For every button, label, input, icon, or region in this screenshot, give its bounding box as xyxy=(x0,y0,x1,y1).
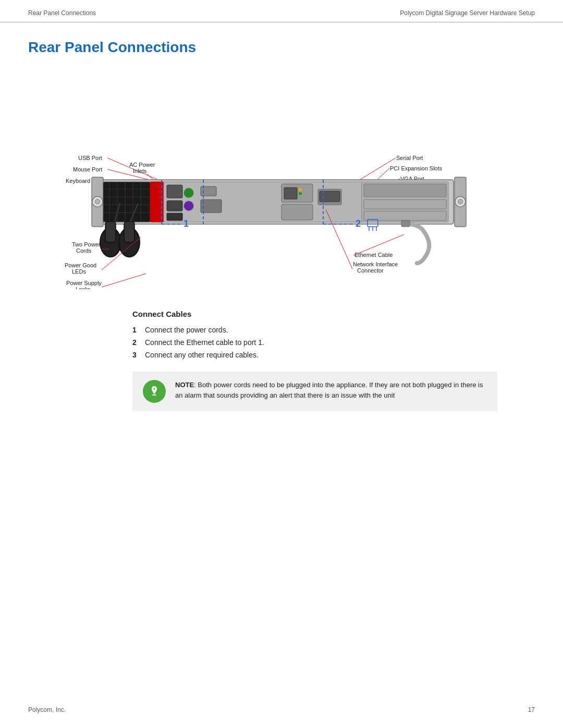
step-3: 3 Connect any other required cables. xyxy=(132,351,535,359)
svg-rect-34 xyxy=(284,188,297,199)
page-content: Rear Panel Connections USB Port Mouse Po… xyxy=(0,22,563,432)
svg-rect-47 xyxy=(124,221,134,242)
pci-expansion-label: PCI Expansion Slots xyxy=(390,165,443,171)
footer-right: 17 xyxy=(528,706,535,713)
svg-rect-42 xyxy=(364,200,446,209)
svg-point-10 xyxy=(95,199,100,204)
power-good-leds-label: Power Good xyxy=(65,262,96,268)
svg-rect-45 xyxy=(105,221,116,242)
label-2: 2 xyxy=(356,218,361,229)
svg-rect-39 xyxy=(320,191,340,202)
note-box: NOTE: Both power cords need to be plugge… xyxy=(132,372,497,411)
svg-rect-28 xyxy=(167,213,182,220)
network-interface-label: Network Interface xyxy=(353,261,398,267)
mouse-port-label: Mouse Port xyxy=(73,166,102,172)
header-right: Polycom Digital Signage Server Hardware … xyxy=(400,9,535,17)
power-supply-locks-label: Power Supply xyxy=(66,280,102,286)
note-icon xyxy=(143,380,166,403)
connect-cables-title: Connect Cables xyxy=(132,310,535,318)
note-text: NOTE: Both power cords need to be plugge… xyxy=(175,380,487,400)
svg-point-13 xyxy=(458,199,463,204)
svg-rect-26 xyxy=(167,185,182,198)
svg-rect-36 xyxy=(299,192,302,195)
svg-point-30 xyxy=(183,201,194,211)
footer-left: Polycom, Inc. xyxy=(28,706,66,713)
step-2-num: 2 xyxy=(132,338,145,347)
svg-point-29 xyxy=(183,188,194,198)
svg-rect-14 xyxy=(103,182,150,222)
steps-list: 1 Connect the power cords. 2 Connect the… xyxy=(132,326,535,359)
note-body: Both power cords need to be plugged into… xyxy=(175,381,483,399)
rear-panel-diagram: USB Port Mouse Port Keyboard Port AC Pow… xyxy=(42,70,521,289)
serial-port-label: Serial Port xyxy=(396,155,423,161)
step-1: 1 Connect the power cords. xyxy=(132,326,535,334)
step-1-text: Connect the power cords. xyxy=(145,326,228,334)
svg-text:Locks: Locks xyxy=(76,286,91,289)
svg-line-55 xyxy=(102,274,146,287)
connect-cables-section: Connect Cables 1 Connect the power cords… xyxy=(28,310,535,411)
usb-port-label: USB Port xyxy=(78,155,102,161)
svg-rect-56 xyxy=(401,220,410,227)
note-label: NOTE xyxy=(175,381,194,389)
svg-rect-27 xyxy=(167,201,182,211)
page-title: Rear Panel Connections xyxy=(28,39,535,56)
page-header: Rear Panel Connections Polycom Digital S… xyxy=(0,0,563,22)
ac-power-label: AC Power xyxy=(129,162,155,168)
page-footer: Polycom, Inc. 17 xyxy=(28,706,535,713)
diagram-container: USB Port Mouse Port Keyboard Port AC Pow… xyxy=(42,70,521,291)
svg-rect-37 xyxy=(282,204,313,220)
svg-rect-41 xyxy=(364,184,446,197)
step-3-num: 3 xyxy=(132,351,145,359)
svg-rect-35 xyxy=(299,188,302,191)
step-1-num: 1 xyxy=(132,326,145,334)
svg-text:Connector: Connector xyxy=(357,267,384,274)
label-1: 1 xyxy=(183,218,189,229)
step-2-text: Connect the Ethernet cable to port 1. xyxy=(145,338,264,347)
pin-icon xyxy=(148,385,161,398)
svg-text:Cords: Cords xyxy=(76,248,92,254)
svg-text:LEDs: LEDs xyxy=(72,268,86,275)
step-3-text: Connect any other required cables. xyxy=(145,351,259,359)
two-power-cords-label: Two Power xyxy=(72,241,101,248)
step-2: 2 Connect the Ethernet cable to port 1. xyxy=(132,338,535,347)
header-left: Rear Panel Connections xyxy=(28,9,96,17)
ac-power-inlets-label: Inlets xyxy=(133,168,147,174)
svg-rect-69 xyxy=(152,394,156,396)
